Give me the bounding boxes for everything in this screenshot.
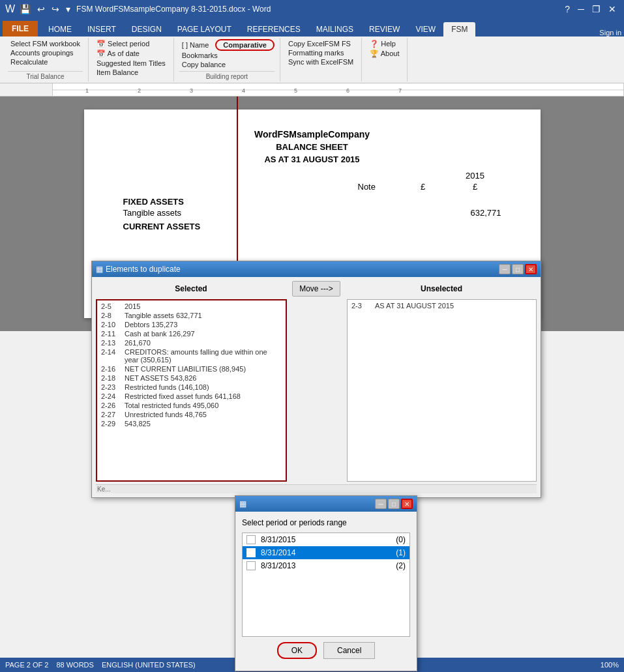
sync-excelfsm-btn[interactable]: Sync with ExcelFSM bbox=[286, 57, 356, 66]
svg-text:1: 1 bbox=[85, 87, 89, 94]
tab-fsm[interactable]: FSM bbox=[443, 22, 475, 37]
minimize-btn[interactable]: ─ bbox=[575, 4, 587, 14]
period-cancel-btn[interactable]: Cancel bbox=[323, 642, 375, 659]
period-dialog-close-btn[interactable]: ✕ bbox=[401, 499, 413, 509]
elements-dialog-min-btn[interactable]: ─ bbox=[499, 264, 511, 274]
period-dialog-title-left: ▦ bbox=[239, 499, 246, 508]
elements-dialog-title: Elements to duplicate bbox=[106, 265, 181, 274]
tab-home[interactable]: HOME bbox=[40, 22, 80, 37]
list-item[interactable]: 2-3AS AT 31 AUGUST 2015 bbox=[349, 301, 535, 310]
period-dialog-icon: ▦ bbox=[239, 499, 246, 508]
period-list-item[interactable]: ✓8/31/2014(1) bbox=[243, 546, 409, 559]
as-of-date-btn[interactable]: 📅 As of date bbox=[94, 49, 168, 59]
list-item[interactable]: 2-24Restricted fixed asset funds 641,168 bbox=[98, 392, 284, 401]
doc-tangible-row: Tangible assets 632,771 bbox=[123, 208, 501, 218]
tab-review[interactable]: REVIEW bbox=[361, 22, 408, 37]
list-item[interactable]: 2-18NET ASSETS 543,826 bbox=[98, 373, 284, 383]
tab-mailings[interactable]: MAILINGS bbox=[308, 22, 361, 37]
doc-tangible-value: 632,771 bbox=[471, 208, 501, 218]
doc-sub-headers: Note £ £ bbox=[123, 182, 501, 192]
copy-excelfsm-btn[interactable]: Copy ExcelFSM FS bbox=[286, 39, 356, 48]
tab-insert[interactable]: INSERT bbox=[80, 22, 124, 37]
name-btn[interactable]: [ ] Name bbox=[179, 40, 212, 50]
period-dialog-controls: ─ □ ✕ bbox=[375, 499, 413, 509]
move-btn-spacer bbox=[291, 299, 343, 482]
ribbon-group-copy: Copy ExcelFSM FS Formatting marks Sync w… bbox=[280, 38, 362, 81]
save-quick-btn[interactable]: 💾 bbox=[18, 4, 33, 14]
list-item[interactable]: 2-27Unrestricted funds 48,765 bbox=[98, 410, 284, 419]
list-item[interactable]: 2-29543,825 bbox=[98, 419, 284, 428]
redo-quick-btn[interactable]: ↪ bbox=[50, 4, 61, 14]
close-btn[interactable]: ✕ bbox=[606, 4, 619, 14]
svg-text:3: 3 bbox=[190, 87, 193, 94]
ribbon-group-help: ❓ Help 🏆 About bbox=[362, 38, 408, 81]
period-list-item[interactable]: 8/31/2015(0) bbox=[243, 533, 409, 546]
doc-title: BALANCE SHEET bbox=[123, 142, 501, 152]
period-list-item[interactable]: 8/31/2013(2) bbox=[243, 559, 409, 572]
list-item[interactable]: 2-8Tangible assets 632,771 bbox=[98, 311, 284, 320]
list-item[interactable]: 2-11Cash at bank 126,297 bbox=[98, 329, 284, 338]
selected-panel: 2-520152-8Tangible assets 632,7712-10Deb… bbox=[96, 299, 287, 482]
suggested-item-titles-btn[interactable]: Suggested Item Titles bbox=[94, 59, 168, 68]
elements-dialog-max-btn[interactable]: □ bbox=[512, 264, 524, 274]
sign-in-link[interactable]: Sign in bbox=[599, 29, 621, 37]
help-btn[interactable]: ? bbox=[562, 4, 572, 14]
ruler-marks: 1 2 3 4 5 6 7 bbox=[53, 83, 623, 96]
move-btn[interactable]: Move ---> bbox=[292, 281, 340, 297]
asofdate-icon: 📅 bbox=[97, 50, 106, 57]
list-item[interactable]: 2-13261,670 bbox=[98, 338, 284, 347]
item-balance-btn[interactable]: Item Balance bbox=[94, 68, 168, 77]
help-btn[interactable]: ❓ Help bbox=[367, 39, 402, 49]
tab-view[interactable]: VIEW bbox=[408, 22, 443, 37]
tab-references[interactable]: REFERENCES bbox=[239, 22, 308, 37]
elements-dialog-close-btn[interactable]: ✕ bbox=[525, 264, 537, 274]
award-icon: 🏆 bbox=[370, 50, 379, 57]
recalculate-btn[interactable]: Recalculate bbox=[8, 57, 83, 66]
period-ok-btn[interactable]: OK bbox=[277, 642, 317, 659]
tab-file[interactable]: FILE bbox=[3, 21, 38, 37]
svg-text:6: 6 bbox=[346, 87, 349, 94]
app-title: FSM WordFSMsampleCompany 8-31-2015.docx … bbox=[76, 5, 271, 14]
keep-label: Ke... bbox=[97, 486, 111, 493]
list-item[interactable]: 2-10Debtors 135,273 bbox=[98, 320, 284, 329]
scrollbar-area[interactable]: Ke... bbox=[96, 484, 537, 493]
list-item[interactable]: 2-23Restricted funds (146,108) bbox=[98, 383, 284, 392]
quick-access-toolbar: W 💾 ↩ ↪ ▾ bbox=[5, 3, 72, 15]
select-fsm-workbook-btn[interactable]: Select FSM workbook bbox=[8, 39, 83, 48]
bookmarks-btn[interactable]: Bookmarks bbox=[179, 51, 220, 60]
unselected-panel: 2-3AS AT 31 AUGUST 2015 bbox=[347, 299, 537, 482]
elements-dialog-titlebar: ▦ Elements to duplicate ─ □ ✕ bbox=[92, 261, 541, 277]
period-dialog-min-btn[interactable]: ─ bbox=[375, 499, 387, 509]
list-item[interactable]: 2-52015 bbox=[98, 302, 284, 311]
list-item[interactable]: 2-14CREDITORS: amounts falling due withi… bbox=[98, 347, 284, 364]
word-icon: W bbox=[5, 3, 15, 15]
horizontal-ruler: 1 2 3 4 5 6 7 bbox=[0, 83, 624, 96]
comparative-btn[interactable]: Comparative bbox=[215, 39, 275, 51]
svg-text:5: 5 bbox=[294, 87, 297, 94]
unselected-col-header: Unselected bbox=[346, 284, 537, 293]
ribbon-group-format: [ ] Name Comparative Bookmarks Copy bala… bbox=[174, 38, 280, 81]
restore-btn[interactable]: ❐ bbox=[589, 4, 603, 14]
words-status: 88 WORDS bbox=[56, 661, 93, 669]
about-btn[interactable]: 🏆 About bbox=[367, 49, 402, 59]
period-dialog-footer: OK Cancel bbox=[242, 637, 410, 664]
elements-dialog-icon: ▦ bbox=[96, 265, 103, 274]
more-quick-btn[interactable]: ▾ bbox=[64, 4, 72, 14]
accounts-groupings-btn[interactable]: Accounts groupings bbox=[8, 48, 83, 57]
tab-page-layout[interactable]: PAGE LAYOUT bbox=[170, 22, 239, 37]
select-period-btn[interactable]: 📅 Select period bbox=[94, 39, 168, 49]
building-report-label: Building report bbox=[179, 71, 275, 80]
list-item[interactable]: 2-16NET CURRENT LIABILITIES (88,945) bbox=[98, 364, 284, 373]
undo-quick-btn[interactable]: ↩ bbox=[35, 4, 47, 14]
copy-balance-btn[interactable]: Copy balance bbox=[179, 60, 275, 69]
svg-text:4: 4 bbox=[242, 87, 245, 94]
doc-year-col: 2015 bbox=[449, 171, 501, 181]
doc-date-line: AS AT 31 AUGUST 2015 bbox=[123, 154, 501, 164]
formatting-marks-btn[interactable]: Formatting marks bbox=[286, 48, 356, 57]
fsm-ribbon: Select FSM workbook Accounts groupings R… bbox=[0, 37, 624, 83]
tab-design[interactable]: DESIGN bbox=[124, 22, 170, 37]
period-dialog-max-btn[interactable]: □ bbox=[388, 499, 400, 509]
ribbon-group-fsm-main: Select FSM workbook Accounts groupings R… bbox=[3, 38, 89, 81]
list-item[interactable]: 2-26Total restricted funds 495,060 bbox=[98, 401, 284, 410]
doc-pound2-header: £ bbox=[449, 182, 501, 192]
